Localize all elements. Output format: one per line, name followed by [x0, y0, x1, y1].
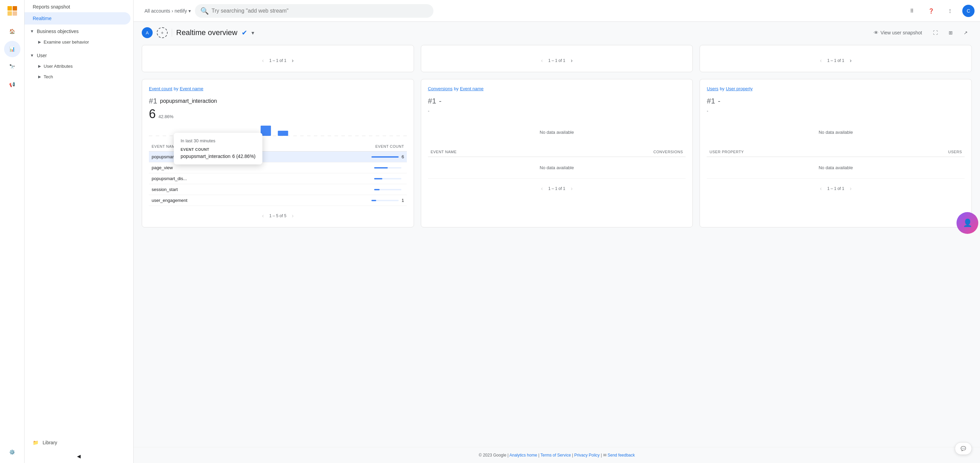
event-count-top-row: #1 popupsmart_interaction: [149, 97, 407, 106]
explore-icon[interactable]: 🔭: [4, 59, 21, 75]
page-header: A + Realtime overview ✔ ▾ 👁 View user sn…: [142, 22, 972, 45]
top-cards-grid: ‹ 1 – 1 of 1 › ‹ 1 – 1 of 1 › ‹ 1 – 1 of…: [142, 45, 972, 72]
share-button[interactable]: ↗: [959, 27, 972, 38]
chat-feedback-button[interactable]: 💬: [955, 442, 972, 455]
sidebar-section-user[interactable]: ▼ User: [24, 50, 133, 61]
conversions-event-name-link[interactable]: Event name: [460, 86, 484, 91]
event-count-card-title: Event count by Event name: [149, 86, 407, 91]
fullscreen-button[interactable]: ⛶: [929, 27, 942, 38]
main-cards-grid: Event count by Event name #1 popupsmart_…: [142, 79, 972, 227]
users-pagination: ‹ 1 – 1 of 1 ›: [707, 184, 965, 193]
share-icon: ↗: [964, 30, 968, 35]
conv-prev-button[interactable]: ‹: [538, 184, 546, 193]
add-filter-button[interactable]: +: [157, 27, 168, 38]
customize-button[interactable]: ⊞: [945, 27, 957, 38]
svg-rect-2: [8, 11, 12, 16]
sidebar-item-realtime[interactable]: Realtime: [24, 12, 130, 24]
table-row[interactable]: user_engagement 1: [149, 195, 407, 206]
side-icon-strip: 🏠 📊 🔭 📢 ⚙️: [0, 0, 24, 463]
prev-page-button[interactable]: ‹: [259, 56, 266, 65]
svg-rect-1: [13, 6, 17, 11]
account-name-label: netlify: [175, 8, 187, 14]
next-page-button-2[interactable]: ›: [568, 56, 575, 65]
sidebar-item-library[interactable]: 📁 Library: [24, 434, 133, 449]
conversions-col: CONVERSIONS: [550, 148, 686, 157]
prev-page-button-2[interactable]: ‹: [538, 56, 546, 65]
user-property-link[interactable]: User property: [726, 86, 753, 91]
mini-chart: [149, 124, 407, 138]
by-label-3: by: [720, 86, 724, 91]
privacy-link[interactable]: Privacy Policy: [574, 453, 600, 458]
reports-icon[interactable]: 📊: [4, 41, 21, 57]
table-row[interactable]: popupsmart_dis...: [149, 173, 407, 184]
search-icon: 🔍: [200, 7, 209, 15]
conversions-top-row: #1 -: [428, 97, 686, 106]
users-next-button[interactable]: ›: [847, 184, 854, 193]
event-name-cell: popupsmart_dis...: [149, 173, 298, 184]
advertising-icon[interactable]: 📢: [4, 76, 21, 93]
help-icon[interactable]: ❓: [924, 4, 938, 18]
users-prev-button[interactable]: ‹: [817, 184, 824, 193]
home-icon[interactable]: 🏠: [4, 23, 21, 40]
library-label: Library: [43, 440, 57, 445]
event-count-link[interactable]: Event count: [149, 86, 172, 91]
conv-pagination-text: 1 – 1 of 1: [548, 186, 565, 191]
footer: © 2023 Google | Analytics home | Terms o…: [134, 447, 980, 463]
page-title-dropdown-icon[interactable]: ▾: [251, 30, 254, 36]
business-objectives-label: Business objectives: [37, 29, 79, 34]
sidebar-collapse-button[interactable]: ◀: [24, 449, 133, 463]
next-page-button-3[interactable]: ›: [847, 56, 854, 65]
view-user-snapshot-button[interactable]: 👁 View user snapshot: [870, 27, 926, 38]
sidebar-item-tech[interactable]: ▶ Tech: [33, 71, 133, 82]
svg-rect-6: [278, 131, 288, 136]
sidebar-item-user-attributes[interactable]: ▶ User Attributes: [33, 61, 133, 71]
user-profile-icon: 👤: [963, 219, 972, 227]
event-prev-button[interactable]: ‹: [259, 211, 266, 220]
event-count-cell: [298, 173, 407, 184]
logo-icon[interactable]: [4, 3, 21, 19]
rank-label: #1: [149, 97, 157, 106]
table-row[interactable]: page_view: [149, 162, 407, 173]
event-name-cell: user_engagement: [149, 195, 298, 206]
analytics-home-link[interactable]: Analytics home: [509, 453, 537, 458]
users-link[interactable]: Users: [707, 86, 718, 91]
search-input[interactable]: [212, 8, 428, 14]
conv-next-button[interactable]: ›: [568, 184, 575, 193]
conversions-no-data: No data available: [428, 116, 686, 148]
event-count-table: EVENT NAME EVENT COUNT popupsmart_intera…: [149, 143, 407, 206]
filter-avatar[interactable]: A: [142, 27, 153, 38]
page-title: Realtime overview: [176, 28, 237, 37]
user-section: ▼ User ▶ User Attributes ▶ Tech: [24, 49, 133, 83]
next-page-button[interactable]: ›: [289, 56, 296, 65]
terms-link[interactable]: Terms of Service: [541, 453, 571, 458]
send-feedback-link[interactable]: Send feedback: [608, 453, 635, 458]
event-name-link[interactable]: Event name: [180, 86, 203, 91]
svg-rect-0: [8, 6, 12, 11]
event-next-button[interactable]: ›: [289, 211, 296, 220]
conversions-rank-label: #1: [428, 97, 436, 106]
main-content: All accounts › netlify ▾ 🔍 ⠿ ❓ ⋮ C A + R…: [134, 0, 980, 463]
conversions-card-title: Conversions by Event name: [428, 86, 686, 91]
settings-icon[interactable]: ⚙️: [4, 444, 21, 460]
sidebar-section-business-objectives[interactable]: ▼ Business objectives: [24, 26, 133, 37]
reports-header: Reports snapshot: [24, 0, 133, 12]
top-card-3-pagination: ‹ 1 – 1 of 1 ›: [707, 56, 965, 65]
sidebar-item-examine-user-behavior[interactable]: ▶ Examine user behavior: [33, 37, 133, 47]
users-no-data-row: No data available: [707, 157, 965, 179]
event-name-cell: popupsmart_interaction: [149, 152, 298, 162]
business-objectives-section: ▼ Business objectives ▶ Examine user beh…: [24, 24, 133, 49]
apps-icon[interactable]: ⠿: [905, 4, 919, 18]
table-row[interactable]: session_start: [149, 184, 407, 195]
top-bar: All accounts › netlify ▾ 🔍 ⠿ ❓ ⋮ C: [134, 0, 980, 22]
event-count-col-header: EVENT COUNT: [298, 143, 407, 152]
table-row[interactable]: popupsmart_interaction 6: [149, 152, 407, 162]
more-options-icon[interactable]: ⋮: [943, 4, 957, 18]
copyright-text: © 2023 Google: [479, 453, 506, 458]
users-top-row: #1 -: [707, 97, 965, 106]
prev-page-button-3[interactable]: ‹: [817, 56, 824, 65]
search-box[interactable]: 🔍: [195, 4, 433, 18]
accounts-selector[interactable]: All accounts › netlify ▾: [145, 8, 191, 14]
conversions-no-data-row: No data available: [428, 157, 686, 179]
user-avatar[interactable]: C: [962, 5, 975, 17]
conversions-link[interactable]: Conversions: [428, 86, 452, 91]
